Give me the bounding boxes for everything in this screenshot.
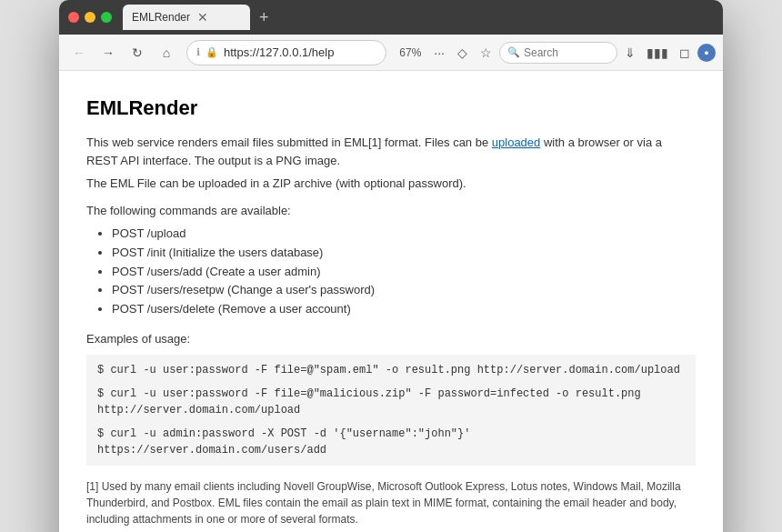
bookmark-icon[interactable]: ☆ [476, 44, 496, 62]
footnote: [1] Used by many email clients including… [86, 478, 696, 527]
forward-icon: → [102, 45, 115, 60]
tab-close-icon[interactable]: ✕ [197, 11, 208, 24]
description-line1: This web service renders email files sub… [86, 134, 696, 169]
toolbar-icons: ··· ◇ ☆ [430, 44, 496, 62]
search-input[interactable] [524, 46, 609, 59]
new-tab-button[interactable]: + [254, 8, 275, 27]
list-item: POST /users/add (Create a user admin) [112, 263, 696, 282]
zoom-level: 67% [394, 45, 426, 61]
maximize-button[interactable] [101, 12, 112, 23]
address-bar[interactable]: ℹ 🔒 https://127.0.0.1/help [186, 40, 386, 65]
list-item: POST /users/resetpw (Change a user's pas… [112, 281, 696, 300]
download-icon[interactable]: ⇓ [621, 44, 639, 62]
library-icon[interactable]: ▮▮▮ [643, 44, 672, 62]
pocket-icon[interactable]: ◇ [454, 44, 471, 62]
home-button[interactable]: ⌂ [154, 40, 179, 65]
browser-window: EMLRender ✕ + ← → ↻ ⌂ ℹ 🔒 https://127.0.… [59, 0, 723, 532]
list-item: POST /init (Initialize the users databas… [112, 244, 696, 263]
more-button[interactable]: ··· [430, 44, 448, 62]
upload-link[interactable]: uploaded [492, 136, 541, 149]
search-bar[interactable]: 🔍 [499, 42, 617, 64]
tab-bar: EMLRender ✕ + [123, 5, 714, 30]
toolbar: ← → ↻ ⌂ ℹ 🔒 https://127.0.0.1/help 67% ·… [59, 35, 723, 71]
page-title: EMLRender [86, 93, 696, 123]
commands-label: The following commands are available: [86, 202, 696, 220]
close-button[interactable] [68, 12, 79, 23]
info-icon: ℹ [196, 46, 200, 58]
titlebar: EMLRender ✕ + [59, 0, 723, 35]
tab-label: EMLRender [132, 11, 190, 24]
reload-icon: ↻ [132, 45, 143, 60]
examples-label: Examples of usage: [86, 330, 696, 348]
list-item: POST /users/delete (Remove a user accoun… [112, 300, 696, 319]
profile-badge: ● [704, 48, 708, 57]
lock-icon: 🔒 [206, 46, 218, 58]
traffic-lights [68, 12, 112, 23]
list-item: POST /upload [112, 225, 696, 244]
reload-button[interactable]: ↻ [125, 40, 150, 65]
search-icon: 🔍 [507, 46, 520, 58]
code-line-1: $ curl -u user:password -F file=@"spam.e… [97, 362, 685, 378]
profile-icon[interactable]: ● [697, 44, 716, 62]
description-line2: The EML File can be uploaded in a ZIP ar… [86, 175, 696, 193]
back-button[interactable]: ← [66, 40, 92, 65]
sidebar-icon[interactable]: ◻ [676, 44, 694, 62]
code-block: $ curl -u user:password -F file=@"spam.e… [86, 355, 696, 466]
page-content: EMLRender This web service renders email… [59, 71, 723, 532]
forward-button[interactable]: → [95, 40, 121, 65]
code-line-3: $ curl -u admin:password -X POST -d '{"u… [97, 426, 685, 458]
address-text: https://127.0.0.1/help [224, 45, 376, 59]
active-tab[interactable]: EMLRender ✕ [123, 5, 250, 30]
commands-list: POST /upload POST /init (Initialize the … [112, 225, 696, 319]
home-icon: ⌂ [163, 45, 170, 60]
back-icon: ← [73, 45, 85, 60]
minimize-button[interactable] [85, 12, 95, 23]
code-line-2: $ curl -u user:password -F file=@"malici… [97, 386, 685, 418]
